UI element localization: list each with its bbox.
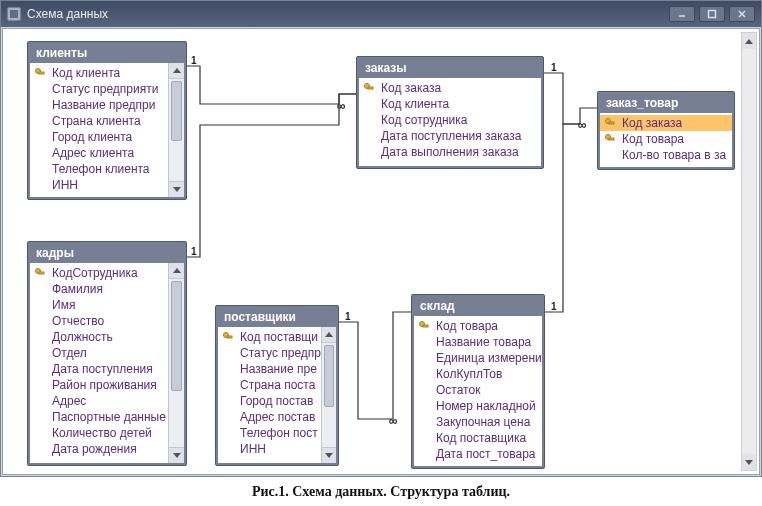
key-icon [418, 320, 430, 332]
field: Название пре [218, 361, 321, 377]
field: Код поставщи [218, 329, 321, 345]
field: Название товара [414, 334, 542, 350]
scroll-up-icon[interactable] [169, 63, 184, 79]
field: Количество детей [30, 425, 168, 441]
field: Код клиента [30, 65, 168, 81]
svg-text:1: 1 [191, 55, 197, 66]
table-title: кадры [36, 246, 74, 260]
svg-text:1: 1 [191, 246, 197, 257]
field: Статус предпр [218, 345, 321, 361]
table-title: поставщики [224, 310, 296, 324]
field: Город клиента [30, 129, 168, 145]
figure-caption: Рис.1. Схема данных. Структура таблиц. [0, 478, 762, 506]
field: КолКуплТов [414, 366, 542, 382]
key-icon [34, 267, 46, 279]
field: Кол-во товара в за [600, 147, 732, 163]
field: Код заказа [600, 115, 732, 131]
field: Код сотрудника [359, 112, 541, 128]
maximize-button[interactable] [699, 6, 725, 22]
field: Телефон пост [218, 425, 321, 441]
scroll-down-icon[interactable] [169, 447, 184, 463]
field: Закупочная цена [414, 414, 542, 430]
window: Схема данных 1 ∞ 1 1 ∞ 1 1 [0, 0, 762, 477]
scroll-down-icon[interactable] [322, 447, 336, 463]
field: Код поставщика [414, 430, 542, 446]
svg-rect-19 [609, 138, 614, 140]
minimize-button[interactable] [669, 6, 695, 22]
key-icon [604, 117, 616, 129]
field: Код заказа [359, 80, 541, 96]
key-icon [604, 133, 616, 145]
field: Адрес клиента [30, 145, 168, 161]
field: Страна клиента [30, 113, 168, 129]
table-postavshiki[interactable]: поставщики Код поставщи Статус предпр На… [215, 305, 339, 466]
svg-text:∞: ∞ [389, 414, 397, 428]
scrollbar[interactable] [321, 327, 336, 463]
diagram-canvas[interactable]: 1 ∞ 1 1 ∞ 1 1 ∞ клиенты Код клиента С [2, 28, 760, 475]
field: Должность [30, 329, 168, 345]
close-button[interactable] [729, 6, 755, 22]
field-list: Код товара Название товара Единица измер… [414, 316, 542, 466]
table-sklad[interactable]: склад Код товара Название товара Единица… [411, 294, 545, 469]
key-icon [363, 82, 375, 94]
field: Отчество [30, 313, 168, 329]
app-icon [7, 7, 21, 21]
field-list: Код заказа Код товара Кол-во товара в за [600, 113, 732, 167]
svg-rect-17 [609, 122, 614, 124]
field: Номер накладной [414, 398, 542, 414]
field-list: КодСотрудника Фамилия Имя Отчество Должн… [30, 263, 168, 463]
svg-text:∞: ∞ [337, 99, 345, 113]
field: Код клиента [359, 96, 541, 112]
scrollbar[interactable] [168, 263, 184, 463]
svg-rect-21 [39, 272, 44, 274]
svg-text:1: 1 [345, 311, 351, 322]
scroll-down-icon[interactable] [742, 454, 756, 470]
field: ИНН [218, 441, 321, 457]
field: Фамилия [30, 281, 168, 297]
field-list: Код поставщи Статус предпр Название пре … [218, 327, 321, 463]
titlebar: Схема данных [1, 1, 761, 27]
table-zakaz-tovar[interactable]: заказ_товар Код заказа Код товара Кол-во… [597, 91, 735, 170]
field: Страна поста [218, 377, 321, 393]
field: Паспортные данные [30, 409, 168, 425]
field: Адрес постав [218, 409, 321, 425]
table-title: заказы [365, 61, 407, 75]
table-zakazy[interactable]: заказы Код заказа Код клиента Код сотруд… [356, 56, 544, 169]
svg-text:1: 1 [551, 301, 557, 312]
scroll-up-icon[interactable] [742, 33, 756, 49]
field: Остаток [414, 382, 542, 398]
table-klienty[interactable]: клиенты Код клиента Статус предприяти На… [27, 41, 187, 200]
scroll-up-icon[interactable] [169, 263, 184, 279]
svg-rect-15 [368, 87, 373, 89]
field: Телефон клиента [30, 161, 168, 177]
field: Код товара [600, 131, 732, 147]
field: Статус предприяти [30, 81, 168, 97]
field-list: Код клиента Статус предприяти Название п… [30, 63, 168, 197]
scroll-up-icon[interactable] [322, 327, 336, 343]
key-icon [222, 331, 234, 343]
svg-text:∞: ∞ [578, 118, 586, 132]
canvas-scrollbar[interactable] [741, 32, 757, 471]
table-title: клиенты [36, 46, 87, 60]
svg-rect-23 [227, 336, 232, 338]
field: Единица измерения [414, 350, 542, 366]
field: КодСотрудника [30, 265, 168, 281]
key-icon [34, 67, 46, 79]
field: Район проживания [30, 377, 168, 393]
svg-rect-13 [39, 72, 44, 74]
field: Название предпри [30, 97, 168, 113]
field: Дата поступления [30, 361, 168, 377]
field: Код товара [414, 318, 542, 334]
field: Дата выполнения заказа [359, 144, 541, 160]
field: Город постав [218, 393, 321, 409]
table-kadry[interactable]: кадры КодСотрудника Фамилия Имя Отчество… [27, 241, 187, 466]
field: Имя [30, 297, 168, 313]
field: ИНН [30, 177, 168, 193]
scroll-down-icon[interactable] [169, 181, 184, 197]
svg-rect-1 [709, 11, 716, 18]
table-title: заказ_товар [606, 96, 678, 110]
window-title: Схема данных [27, 7, 108, 21]
scrollbar[interactable] [168, 63, 184, 197]
field: Дата пост_товара [414, 446, 542, 462]
field: Адрес [30, 393, 168, 409]
